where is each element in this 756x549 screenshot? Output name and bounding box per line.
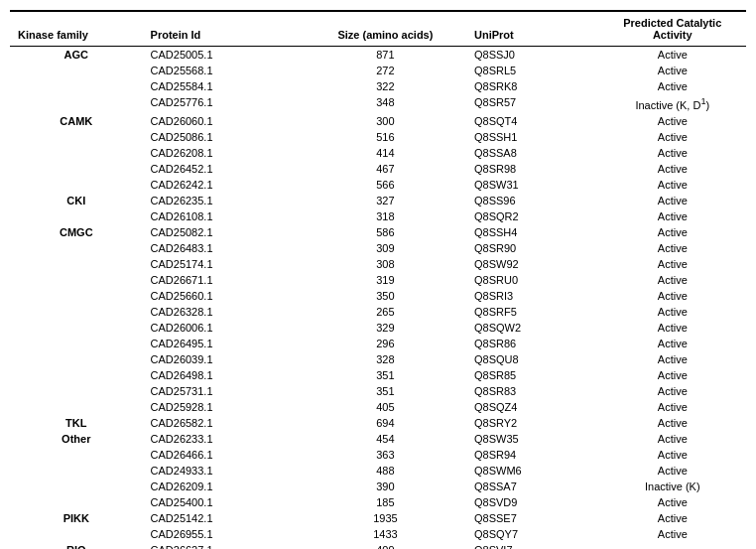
cell-kinase-family: TKL bbox=[10, 415, 143, 431]
cell-kinase-family bbox=[10, 256, 143, 272]
table-row: CKICAD26235.1327Q8SS96Active bbox=[10, 193, 746, 208]
table-row: AGCCAD25005.1871Q8SSJ0Active bbox=[10, 47, 746, 64]
table-row: CAD25174.1308Q8SW92Active bbox=[10, 256, 746, 272]
cell-kinase-family bbox=[10, 94, 143, 113]
cell-size: 488 bbox=[305, 463, 466, 479]
cell-activity: Active bbox=[599, 463, 746, 479]
cell-kinase-family bbox=[10, 463, 143, 479]
cell-uniprot: Q8SR94 bbox=[466, 447, 599, 463]
cell-size: 319 bbox=[305, 272, 466, 288]
cell-kinase-family bbox=[10, 145, 143, 161]
table-row: CAD26671.1319Q8SRU0Active bbox=[10, 272, 746, 288]
table-row: CAD25776.1348Q8SR57Inactive (K, D1) bbox=[10, 94, 746, 113]
cell-kinase-family bbox=[10, 288, 143, 304]
cell-size: 318 bbox=[305, 208, 466, 224]
cell-activity: Active bbox=[599, 304, 746, 320]
cell-size: 454 bbox=[305, 431, 466, 447]
cell-uniprot: Q8SRY2 bbox=[466, 415, 599, 431]
cell-size: 296 bbox=[305, 336, 466, 351]
header-protein-id: Protein Id bbox=[143, 11, 305, 47]
cell-activity: Active bbox=[599, 367, 746, 383]
cell-protein-id: CAD25731.1 bbox=[143, 383, 305, 399]
cell-uniprot: Q8SRL5 bbox=[466, 63, 599, 78]
cell-size: 350 bbox=[305, 288, 466, 304]
cell-protein-id: CAD25142.1 bbox=[143, 510, 305, 526]
cell-uniprot: Q8SSA8 bbox=[466, 145, 599, 161]
cell-size: 694 bbox=[305, 415, 466, 431]
cell-activity: Active bbox=[599, 383, 746, 399]
cell-protein-id: CAD26108.1 bbox=[143, 208, 305, 224]
cell-activity: Active bbox=[599, 288, 746, 304]
cell-kinase-family bbox=[10, 351, 143, 367]
cell-activity: Active bbox=[599, 415, 746, 431]
cell-protein-id: CAD25928.1 bbox=[143, 399, 305, 415]
cell-uniprot: Q8SW92 bbox=[466, 256, 599, 272]
kinase-table: Kinase family Protein Id Size (amino aci… bbox=[10, 10, 746, 549]
cell-size: 363 bbox=[305, 447, 466, 463]
header-activity: Predicted Catalytic Activity bbox=[599, 11, 746, 47]
table-row: CAMKCAD26060.1300Q8SQT4Active bbox=[10, 113, 746, 129]
cell-size: 185 bbox=[305, 494, 466, 510]
table-row: CAD26108.1318Q8SQR2Active bbox=[10, 208, 746, 224]
cell-size: 409 bbox=[305, 542, 466, 549]
cell-activity: Active bbox=[599, 272, 746, 288]
cell-protein-id: CAD26242.1 bbox=[143, 177, 305, 193]
cell-kinase-family bbox=[10, 177, 143, 193]
cell-activity: Active bbox=[599, 256, 746, 272]
cell-activity: Active bbox=[599, 47, 746, 64]
cell-activity: Active bbox=[599, 431, 746, 447]
cell-kinase-family bbox=[10, 304, 143, 320]
cell-size: 566 bbox=[305, 177, 466, 193]
cell-kinase-family: CAMK bbox=[10, 113, 143, 129]
cell-activity: Active bbox=[599, 113, 746, 129]
cell-size: 390 bbox=[305, 479, 466, 494]
table-row: CAD26209.1390Q8SSA7Inactive (K) bbox=[10, 479, 746, 494]
cell-activity: Active bbox=[599, 447, 746, 463]
table-row: CAD26498.1351Q8SR85Active bbox=[10, 367, 746, 383]
cell-kinase-family bbox=[10, 320, 143, 336]
cell-kinase-family bbox=[10, 526, 143, 542]
cell-kinase-family bbox=[10, 494, 143, 510]
cell-protein-id: CAD26495.1 bbox=[143, 336, 305, 351]
cell-protein-id: CAD25005.1 bbox=[143, 47, 305, 64]
cell-activity: Active bbox=[599, 510, 746, 526]
cell-kinase-family: Other bbox=[10, 431, 143, 447]
cell-kinase-family bbox=[10, 367, 143, 383]
cell-uniprot: Q8SSH4 bbox=[466, 224, 599, 240]
cell-activity bbox=[599, 542, 746, 549]
table-row: CAD26955.11433Q8SQY7Active bbox=[10, 526, 746, 542]
cell-activity: Active bbox=[599, 224, 746, 240]
cell-uniprot: Q8SR57 bbox=[466, 94, 599, 113]
cell-protein-id: CAD26060.1 bbox=[143, 113, 305, 129]
table-row: CAD26452.1467Q8SR98Active bbox=[10, 161, 746, 177]
cell-activity: Active bbox=[599, 177, 746, 193]
cell-kinase-family bbox=[10, 78, 143, 94]
cell-size: 300 bbox=[305, 113, 466, 129]
header-uniprot: UniProt bbox=[466, 11, 599, 47]
cell-kinase-family: AGC bbox=[10, 47, 143, 64]
cell-size: 327 bbox=[305, 193, 466, 208]
cell-size: 322 bbox=[305, 78, 466, 94]
cell-uniprot: Q8SQZ4 bbox=[466, 399, 599, 415]
cell-kinase-family: CMGC bbox=[10, 224, 143, 240]
cell-protein-id: CAD26582.1 bbox=[143, 415, 305, 431]
cell-size: 1433 bbox=[305, 526, 466, 542]
cell-kinase-family: CKI bbox=[10, 193, 143, 208]
cell-activity: Active bbox=[599, 399, 746, 415]
cell-kinase-family bbox=[10, 161, 143, 177]
cell-size: 467 bbox=[305, 161, 466, 177]
cell-uniprot: Q8SR90 bbox=[466, 240, 599, 256]
cell-uniprot: Q8SQY7 bbox=[466, 526, 599, 542]
cell-protein-id: CAD26208.1 bbox=[143, 145, 305, 161]
cell-activity: Active bbox=[599, 240, 746, 256]
cell-uniprot: Q8SSA7 bbox=[466, 479, 599, 494]
cell-size: 1935 bbox=[305, 510, 466, 526]
cell-protein-id: CAD26006.1 bbox=[143, 320, 305, 336]
cell-activity: Active bbox=[599, 78, 746, 94]
cell-uniprot: Q8SSJ0 bbox=[466, 47, 599, 64]
cell-activity: Active bbox=[599, 494, 746, 510]
table-row: CAD26495.1296Q8SR86Active bbox=[10, 336, 746, 351]
cell-uniprot: Q8SSH1 bbox=[466, 129, 599, 145]
table-row: CAD25928.1405Q8SQZ4Active bbox=[10, 399, 746, 415]
cell-uniprot: Q8SQU8 bbox=[466, 351, 599, 367]
